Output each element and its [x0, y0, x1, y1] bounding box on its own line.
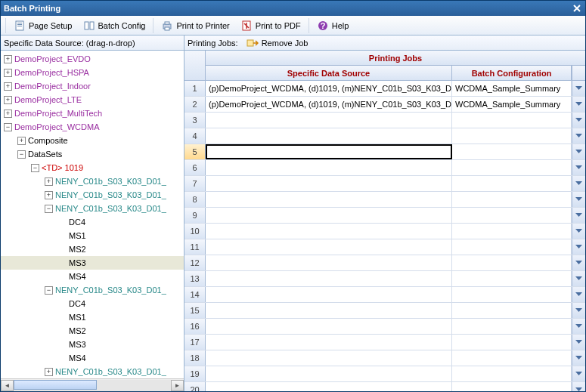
cell-config[interactable]: [452, 319, 572, 334]
row-dropdown-button[interactable]: [572, 303, 585, 318]
grid-body[interactable]: 1(p)DemoProject_WCDMA, (d)1019, (m)NENY_…: [184, 81, 585, 391]
expand-icon[interactable]: +: [45, 191, 53, 199]
row-header[interactable]: 20: [184, 382, 206, 391]
cell-config[interactable]: [452, 382, 572, 391]
row-header[interactable]: 10: [184, 224, 206, 239]
row-dropdown-button[interactable]: [572, 366, 585, 381]
tree-item[interactable]: MS4: [1, 270, 184, 283]
row-dropdown-button[interactable]: [572, 239, 585, 255]
tree-item[interactable]: −<TD> 1019: [1, 161, 184, 174]
cell-config[interactable]: [452, 128, 572, 144]
cell-source[interactable]: [206, 287, 452, 302]
cell-source[interactable]: [206, 176, 452, 191]
row-header[interactable]: 5: [184, 144, 206, 159]
row-dropdown-button[interactable]: [572, 144, 585, 159]
table-row[interactable]: 11: [184, 239, 585, 255]
table-row[interactable]: 20: [184, 382, 585, 391]
cell-source[interactable]: [206, 255, 452, 270]
cell-source[interactable]: [206, 144, 452, 159]
cell-source[interactable]: [206, 382, 452, 391]
expand-icon[interactable]: +: [45, 177, 53, 186]
cell-source[interactable]: [206, 319, 452, 334]
cell-config[interactable]: [452, 144, 572, 159]
tree-item[interactable]: DC4: [1, 215, 184, 229]
cell-config[interactable]: [452, 239, 572, 255]
tree-item[interactable]: +DemoProject_EVDO: [1, 52, 184, 66]
tree-item[interactable]: −NENY_C01b_S03_K03_D01_: [1, 202, 184, 215]
scroll-track[interactable]: [14, 380, 171, 391]
print-pdf-button[interactable]: Print to PDF: [236, 17, 305, 34]
titlebar[interactable]: Batch Printing: [1, 1, 585, 16]
table-row[interactable]: 18: [184, 350, 585, 366]
row-header[interactable]: 13: [184, 271, 206, 286]
table-row[interactable]: 12: [184, 255, 585, 271]
tree-item[interactable]: MS4: [1, 351, 184, 365]
cell-config[interactable]: [452, 208, 572, 223]
expand-icon[interactable]: +: [4, 55, 12, 63]
cell-config[interactable]: [452, 271, 572, 286]
table-row[interactable]: 14: [184, 287, 585, 303]
collapse-icon[interactable]: −: [45, 286, 53, 295]
row-dropdown-button[interactable]: [572, 97, 585, 112]
page-setup-button[interactable]: Page Setup: [9, 17, 77, 34]
cell-config[interactable]: [452, 192, 572, 207]
collapse-icon[interactable]: −: [4, 123, 12, 131]
table-row[interactable]: 7: [184, 176, 585, 192]
row-dropdown-button[interactable]: [572, 335, 585, 350]
cell-config[interactable]: [452, 255, 572, 270]
col-header-source[interactable]: Specific Data Source: [206, 66, 452, 80]
tree[interactable]: +DemoProject_EVDO+DemoProject_HSPA+DemoP…: [1, 51, 184, 378]
cell-config[interactable]: [452, 113, 572, 128]
cell-source[interactable]: (p)DemoProject_WCDMA, (d)1019, (m)NENY_C…: [206, 97, 452, 112]
batch-config-button[interactable]: Batch Config: [79, 17, 150, 34]
row-header[interactable]: 17: [184, 335, 206, 350]
table-row[interactable]: 13: [184, 271, 585, 287]
expand-icon[interactable]: +: [4, 69, 12, 77]
expand-icon[interactable]: +: [4, 82, 12, 91]
col-header-config[interactable]: Batch Configuration: [452, 66, 572, 80]
tree-item[interactable]: +DemoProject_MultiTech: [1, 106, 184, 120]
row-header[interactable]: 19: [184, 366, 206, 381]
tree-item[interactable]: −DemoProject_WCDMA: [1, 120, 184, 134]
collapse-icon[interactable]: −: [45, 205, 53, 213]
row-header[interactable]: 9: [184, 208, 206, 223]
table-row[interactable]: 3: [184, 113, 585, 128]
tree-item[interactable]: +DemoProject_LTE: [1, 93, 184, 106]
row-header[interactable]: 6: [184, 160, 206, 175]
cell-config[interactable]: [452, 350, 572, 366]
expand-icon[interactable]: +: [17, 137, 26, 145]
row-header[interactable]: 8: [184, 192, 206, 207]
row-dropdown-button[interactable]: [572, 192, 585, 207]
tree-item[interactable]: −NENY_C01b_S03_K03_D01_: [1, 283, 184, 297]
cell-source[interactable]: [206, 303, 452, 318]
row-header[interactable]: 15: [184, 303, 206, 318]
table-row[interactable]: 16: [184, 319, 585, 335]
table-row[interactable]: 1(p)DemoProject_WCDMA, (d)1019, (m)NENY_…: [184, 81, 585, 97]
tree-item[interactable]: MS1: [1, 229, 184, 242]
close-button[interactable]: [572, 3, 582, 14]
cell-source[interactable]: [206, 160, 452, 175]
tree-item[interactable]: +NENY_C01b_S03_K03_D01_: [1, 174, 184, 188]
remove-job-button[interactable]: Remove Job: [243, 35, 312, 51]
tree-item[interactable]: +NENY_C01b_S03_K03_D01_: [1, 188, 184, 202]
tree-hscrollbar[interactable]: ◄ ►: [1, 378, 184, 391]
cell-source[interactable]: [206, 192, 452, 207]
cell-source[interactable]: [206, 335, 452, 350]
cell-source[interactable]: [206, 350, 452, 366]
cell-config[interactable]: [452, 303, 572, 318]
tree-item[interactable]: +Composite: [1, 134, 184, 147]
row-header[interactable]: 16: [184, 319, 206, 334]
scroll-left-button[interactable]: ◄: [1, 380, 14, 391]
scroll-right-button[interactable]: ►: [171, 380, 184, 391]
row-dropdown-button[interactable]: [572, 350, 585, 366]
tree-item[interactable]: −DataSets: [1, 147, 184, 161]
tree-item[interactable]: MS2: [1, 242, 184, 256]
table-row[interactable]: 5: [184, 144, 585, 160]
tree-item[interactable]: +NENY_C01b_S03_K03_D01_: [1, 365, 184, 378]
row-header[interactable]: 18: [184, 350, 206, 366]
tree-item[interactable]: MS3: [1, 256, 184, 270]
row-header[interactable]: 12: [184, 255, 206, 270]
cell-source[interactable]: [206, 224, 452, 239]
expand-icon[interactable]: +: [4, 96, 12, 104]
collapse-icon[interactable]: −: [17, 150, 26, 159]
